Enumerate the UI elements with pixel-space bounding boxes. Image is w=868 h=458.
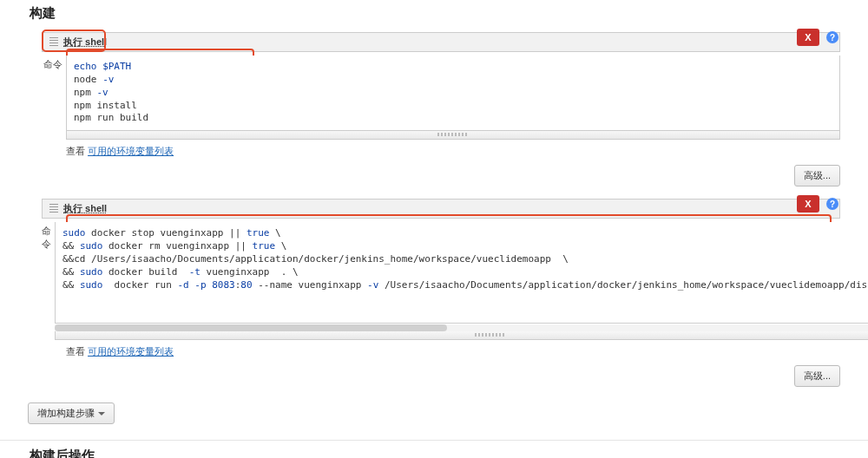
env-vars-row: 查看 可用的环境变量列表 [42, 340, 840, 360]
section-post-title: 构建后操作 [0, 442, 868, 458]
delete-step-button[interactable]: X [797, 29, 819, 46]
build-step-2: X ? 执行 shell 命令 sudo docker stop vuengin… [42, 199, 840, 392]
step-header[interactable]: 执行 shell [42, 32, 840, 52]
command-label: 命令 [42, 56, 62, 140]
step-title[interactable]: 执行 shell [63, 36, 107, 49]
help-icon[interactable]: ? [826, 31, 838, 43]
advanced-button[interactable]: 高级... [794, 165, 840, 186]
scrollbar-horizontal-track[interactable] [55, 324, 868, 331]
advanced-button[interactable]: 高级... [794, 365, 840, 387]
env-vars-link[interactable]: 可用的环境变量列表 [88, 346, 174, 357]
add-build-step-button[interactable]: 增加构建步骤 [28, 402, 115, 424]
section-divider [0, 440, 868, 441]
drag-handle-icon[interactable] [49, 204, 58, 214]
scrollbar-horizontal-thumb[interactable] [55, 324, 447, 331]
drag-handle-icon[interactable] [49, 37, 58, 48]
resize-handle[interactable] [66, 131, 840, 140]
build-step-1: X ? 执行 shell 命令 echo $PATH node -v npm -… [42, 32, 840, 192]
shell-command-textarea[interactable]: echo $PATH node -v npm -v npm install np… [66, 56, 840, 131]
resize-handle[interactable] [55, 331, 868, 340]
step-title[interactable]: 执行 shell [63, 202, 107, 215]
chevron-down-icon [98, 412, 105, 415]
step-header[interactable]: 执行 shell [42, 199, 840, 219]
env-vars-link[interactable]: 可用的环境变量列表 [88, 146, 174, 156]
delete-step-button[interactable]: X [797, 195, 819, 213]
see-label: 查看 [66, 346, 88, 357]
see-label: 查看 [66, 146, 88, 156]
command-label: 命令 [42, 222, 51, 340]
section-build-title: 构建 [0, 0, 868, 27]
shell-command-textarea[interactable]: sudo docker stop vuenginxapp || true \ &… [55, 222, 868, 324]
env-vars-row: 查看 可用的环境变量列表 [42, 140, 840, 160]
